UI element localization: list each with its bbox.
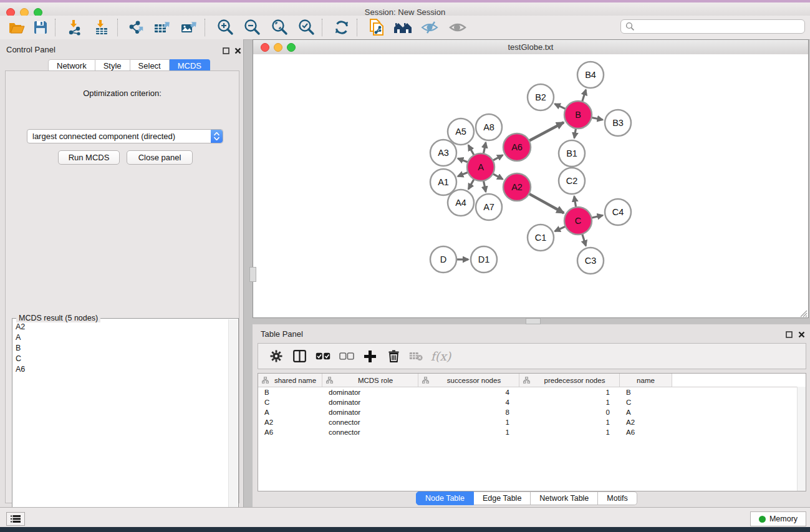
graph-node-label: C4	[612, 207, 624, 217]
memory-button[interactable]: Memory	[750, 511, 806, 526]
graph-edge-B-B4[interactable]	[582, 90, 586, 102]
close-panel-icon[interactable]	[798, 329, 805, 341]
table-cell: 4	[418, 389, 519, 396]
status-bar: Memory	[0, 507, 810, 528]
mcds-result-box: MCDS result (5 nodes) A2ABCA6	[12, 318, 239, 530]
graph-edge-A2-C[interactable]	[528, 193, 564, 213]
zoom-selected-icon[interactable]	[295, 17, 317, 38]
mcds-result-item[interactable]: A6	[13, 364, 228, 374]
graph-node-label: A3	[438, 148, 449, 158]
import-network-icon[interactable]	[64, 17, 86, 38]
graph-edge-C-C1[interactable]	[555, 226, 566, 231]
table-row[interactable]: Cdominator41C	[258, 397, 806, 407]
table-row[interactable]: Bdominator41B	[258, 387, 806, 397]
export-image-icon[interactable]	[178, 17, 200, 38]
task-history-button[interactable]	[6, 512, 25, 526]
column-header-MCDS-role[interactable]: MCDS role	[322, 374, 418, 387]
open-file-icon[interactable]	[6, 17, 28, 38]
graph-edge-A-A4[interactable]	[468, 178, 475, 189]
toolbar-separator	[322, 19, 322, 36]
mcds-result-item[interactable]: C	[13, 353, 228, 364]
table-settings-gear-icon[interactable]	[266, 347, 286, 365]
graph-edge-B-B1[interactable]	[574, 128, 576, 138]
graph-node-label: B3	[612, 118, 624, 128]
graph-edge-B-B2[interactable]	[555, 104, 566, 110]
hide-selected-icon[interactable]	[418, 17, 441, 38]
float-panel-icon[interactable]	[786, 329, 793, 341]
graph-edge-C-C3[interactable]	[582, 233, 586, 246]
export-table-icon[interactable]	[151, 17, 173, 38]
graph-edge-A-A1[interactable]	[458, 172, 468, 177]
divider-grip[interactable]	[526, 318, 541, 324]
column-header-label: successor nodes	[429, 377, 519, 384]
tab-network-table[interactable]: Network Table	[531, 491, 598, 505]
delete-table-icon[interactable]	[406, 347, 426, 365]
mcds-result-item[interactable]: A	[13, 332, 228, 342]
scrollbar[interactable]	[228, 319, 238, 528]
select-all-icon[interactable]	[313, 347, 333, 365]
show-columns-icon[interactable]	[289, 347, 309, 365]
graph-edge-B-B3[interactable]	[591, 117, 603, 120]
graph-node-label: A	[478, 162, 484, 172]
create-column-plus-icon[interactable]	[360, 347, 380, 365]
tab-motifs[interactable]: Motifs	[598, 491, 637, 505]
table-cell: dominator	[322, 409, 418, 416]
export-network-icon[interactable]	[125, 17, 147, 38]
scrollbar[interactable]	[797, 387, 806, 491]
table-row[interactable]: A2connector11A2	[258, 417, 806, 427]
graph-edge-A6-B[interactable]	[529, 122, 564, 141]
table-row[interactable]: Adominator80A	[258, 407, 806, 417]
criterion-select[interactable]: largest connected component (directed)	[27, 129, 223, 143]
tab-node-table[interactable]: Node Table	[416, 491, 474, 505]
column-header-label: shared name	[269, 377, 322, 384]
search-input[interactable]	[620, 19, 805, 34]
function-builder-button[interactable]: f(x)	[428, 347, 454, 365]
table-panel: Table Panel	[253, 324, 810, 507]
mcds-result-item[interactable]: B	[13, 342, 228, 353]
table-cell: dominator	[322, 399, 418, 406]
table-toolbar: f(x)	[258, 343, 806, 369]
graph-edge-A-A6[interactable]	[492, 155, 503, 161]
graph-edge-A-A3[interactable]	[458, 158, 468, 163]
save-session-icon[interactable]	[29, 17, 52, 38]
float-panel-icon[interactable]	[223, 46, 229, 57]
table-cell: 1	[519, 389, 620, 396]
desktop-edge-bottom	[0, 527, 810, 532]
close-panel-button[interactable]: Close panel	[127, 150, 193, 165]
column-header-label: name	[620, 377, 672, 384]
graph-edge-A-A2[interactable]	[492, 173, 503, 179]
column-header-shared-name[interactable]: shared name	[258, 374, 322, 387]
table-row[interactable]: A6connector11A6	[258, 427, 806, 437]
mcds-result-item[interactable]: A2	[13, 321, 228, 332]
zoom-out-icon[interactable]	[241, 17, 263, 38]
show-all-icon[interactable]	[446, 17, 469, 38]
refresh-icon[interactable]	[330, 17, 353, 38]
first-neighbors-icon[interactable]	[392, 17, 414, 38]
new-network-from-selection-icon[interactable]	[365, 17, 388, 38]
close-panel-icon[interactable]	[234, 46, 241, 57]
network-canvas[interactable]: B4B2BB3A8A5A6A3B1AC2A1A2A4A7C4CC1C3DD1	[253, 54, 808, 317]
tab-edge-table[interactable]: Edge Table	[474, 491, 531, 505]
memory-status-icon	[759, 516, 766, 523]
run-mcds-button[interactable]: Run MCDS	[58, 150, 120, 165]
deselect-all-icon[interactable]	[337, 347, 357, 365]
criterion-value: largest connected component (directed)	[27, 132, 211, 141]
zoom-in-icon[interactable]	[214, 17, 236, 38]
graph-edge-A-A5[interactable]	[468, 145, 475, 156]
graph-edge-A-A8[interactable]	[483, 143, 486, 155]
zoom-fit-icon[interactable]	[268, 17, 291, 38]
graph-edge-A-A7[interactable]	[483, 180, 486, 192]
column-header-predecessor-nodes[interactable]: predecessor nodes	[519, 374, 620, 387]
column-header-label: MCDS role	[333, 377, 418, 384]
delete-column-trash-icon[interactable]	[383, 347, 403, 365]
graph-edge-C-C2[interactable]	[574, 196, 576, 208]
column-header-successor-nodes[interactable]: successor nodes	[418, 374, 519, 387]
resize-grip-icon[interactable]	[799, 309, 808, 317]
graph-edge-C-C4[interactable]	[591, 215, 603, 218]
divider-grip[interactable]	[249, 267, 256, 282]
network-window-titlebar[interactable]: testGlobe.txt	[253, 40, 808, 55]
toolbar-separator	[55, 19, 55, 36]
import-table-icon[interactable]	[90, 17, 113, 38]
column-header-name[interactable]: name	[620, 374, 672, 387]
graph-node-label: A1	[438, 177, 449, 187]
